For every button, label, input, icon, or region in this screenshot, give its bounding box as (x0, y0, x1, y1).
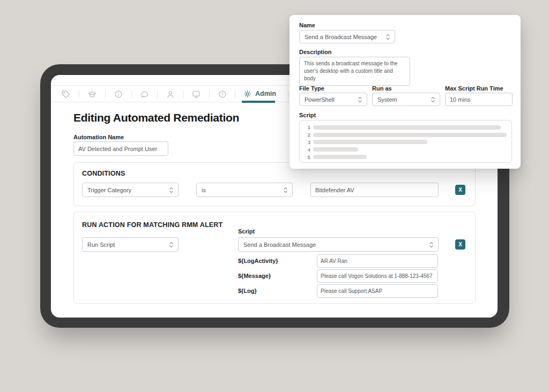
param-log-input[interactable] (317, 284, 438, 298)
conditions-card: CONDITIONS Trigger Category is X (73, 162, 476, 206)
alert-circle-icon[interactable] (218, 90, 227, 99)
script-select[interactable]: Send a Broadcast Message (238, 237, 439, 252)
script-line: 3 (304, 139, 511, 146)
run-action-heading: RUN ACTION FOR MATCHING RMM ALERT (82, 221, 222, 229)
param-name: ${Message} (238, 273, 271, 279)
script-param-row: ${LogActivity} (238, 254, 439, 268)
tag-icon[interactable] (62, 90, 70, 99)
name-select-value: Send a Broadcast Message (305, 34, 377, 40)
page-title: Editing Automated Remediation (73, 111, 239, 124)
script-detail-panel: Name Send a Broadcast Message Descriptio… (290, 15, 521, 169)
run-action-card: RUN ACTION FOR MATCHING RMM ALERT Run Sc… (73, 212, 476, 304)
nav-divider (131, 91, 132, 98)
condition-value-input[interactable] (310, 183, 439, 197)
code-placeholder-bar (313, 133, 507, 137)
file-type-label: File Type (299, 85, 324, 92)
code-placeholder-bar (313, 140, 427, 144)
code-placeholder-bar (313, 125, 501, 130)
chat-bubble-icon[interactable] (140, 90, 149, 99)
action-value: Run Script (87, 242, 115, 248)
operator-select[interactable]: is (196, 183, 293, 197)
operator-value: is (202, 187, 206, 193)
user-icon[interactable] (166, 90, 175, 99)
script-param-row: ${Log} (238, 284, 439, 298)
remove-action-label: X (458, 242, 462, 247)
tab-admin-label: Admin (255, 90, 276, 97)
graduation-cap-icon[interactable] (88, 90, 97, 99)
nav-divider (288, 91, 288, 98)
script-select-value: Send a Broadcast Message (243, 242, 316, 248)
action-select[interactable]: Run Script (82, 237, 179, 252)
line-number: 4 (304, 147, 310, 153)
conditions-heading: CONDITIONS (82, 170, 125, 177)
run-as-value: System (377, 96, 397, 103)
trigger-category-select[interactable]: Trigger Category (82, 183, 179, 197)
param-name: ${LogActivity} (238, 258, 278, 264)
select-chevrons-icon (429, 241, 434, 248)
remove-condition-button[interactable]: X (455, 185, 465, 195)
file-type-value: PowerShell (305, 96, 335, 103)
select-chevrons-icon (385, 33, 390, 41)
max-run-time-label: Max Script Run Time (445, 85, 503, 92)
script-select-label: Script (238, 228, 255, 235)
file-type-select[interactable]: PowerShell (299, 93, 367, 106)
name-select[interactable]: Send a Broadcast Message (299, 30, 395, 43)
select-chevrons-icon (169, 241, 174, 248)
script-line: 5 (304, 153, 511, 161)
script-param-row: ${Message} (238, 269, 439, 283)
nav-divider (79, 91, 79, 98)
nav-divider (209, 91, 210, 98)
name-label: Name (299, 22, 315, 28)
line-number: 1 (304, 124, 310, 130)
code-placeholder-bar (313, 155, 367, 159)
select-chevrons-icon (283, 186, 288, 194)
tab-admin[interactable]: Admin (243, 86, 276, 102)
run-as-select[interactable]: System (372, 93, 440, 106)
select-chevrons-icon (431, 96, 435, 103)
script-code-editor[interactable]: 1 2 3 4 5 (299, 120, 512, 163)
nav-divider (157, 91, 158, 98)
nav-divider (183, 91, 184, 98)
code-placeholder-bar (313, 147, 358, 152)
select-chevrons-icon (169, 186, 174, 194)
script-line: 1 (304, 124, 511, 131)
script-line: 2 (304, 131, 511, 139)
trigger-category-value: Trigger Category (87, 187, 131, 193)
line-number: 3 (304, 139, 310, 145)
script-line: 4 (304, 146, 511, 153)
param-name: ${Log} (238, 288, 257, 294)
run-as-label: Run as (372, 85, 392, 92)
max-run-time-input[interactable] (445, 93, 513, 106)
automation-name-label: Automation Name (73, 134, 124, 140)
info-circle-icon[interactable] (114, 90, 123, 99)
script-label: Script (299, 112, 316, 118)
gear-icon (243, 90, 251, 98)
param-message-input[interactable] (317, 269, 438, 283)
line-number: 5 (304, 154, 310, 160)
nav-divider (105, 91, 106, 98)
select-chevrons-icon (358, 96, 362, 103)
monitor-icon[interactable] (192, 90, 201, 99)
page-background: Admin Editing Automated Remediation Auto… (0, 0, 549, 392)
remove-condition-label: X (458, 187, 462, 193)
nav-divider (235, 91, 235, 98)
description-label: Description (299, 49, 332, 55)
active-tab-underline (242, 101, 275, 103)
line-number: 2 (304, 132, 310, 138)
remove-action-button[interactable]: X (455, 239, 465, 250)
automation-name-input[interactable] (73, 141, 168, 156)
param-logactivity-input[interactable] (317, 254, 438, 268)
description-textarea[interactable]: This sends a broadcast message to the us… (299, 57, 410, 86)
